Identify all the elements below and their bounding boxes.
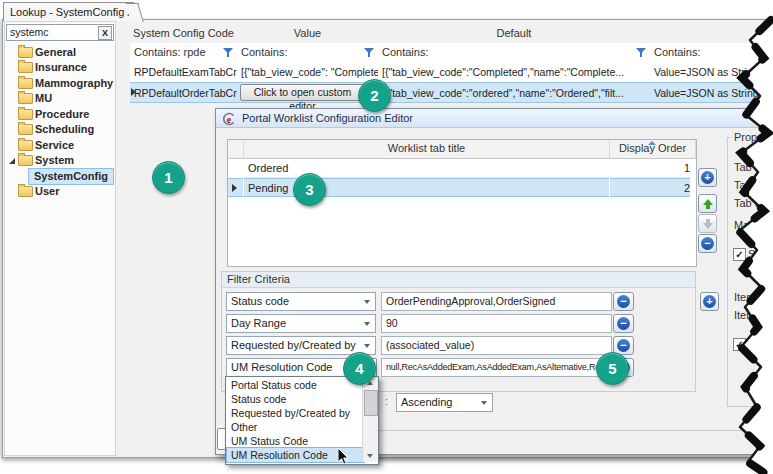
sidebar-item-procedure[interactable]: Procedure xyxy=(4,106,112,122)
dialog-titlebar[interactable]: e Portal Worklist Configuration Editor xyxy=(215,108,771,128)
filter-value-input-4[interactable]: null,RecAsAddedExam,AsAddedExam,AsAltern… xyxy=(381,358,612,377)
add-tab-button[interactable]: + xyxy=(698,168,717,187)
dialog-bottom-separator xyxy=(376,430,768,431)
move-down-button[interactable] xyxy=(698,214,717,233)
filter-cell-code[interactable]: Contains: rpde xyxy=(130,43,238,63)
sidebar-item-label: MU xyxy=(35,90,52,106)
sidebar-item-label: General xyxy=(35,44,76,60)
filter-funnel-icon[interactable] xyxy=(223,48,233,58)
dropdown-option[interactable]: Other xyxy=(227,420,364,434)
filter-funnel-icon[interactable] xyxy=(364,48,374,58)
sidebar-item-insurance[interactable]: Insurance xyxy=(4,59,112,75)
remove-filter-button-2[interactable]: − xyxy=(613,314,634,333)
search-clear-icon[interactable]: X xyxy=(98,26,112,40)
filter-field-combo-2[interactable]: Day Range xyxy=(226,314,376,333)
tree-expanded-icon[interactable] xyxy=(9,158,15,164)
dropdown-option[interactable]: UM Status Code xyxy=(227,434,364,448)
grid-cell-code[interactable]: RPDefaultExamTabCriteria xyxy=(130,62,238,83)
sidebar-item-label: Service xyxy=(35,137,74,153)
filter-text: Contains: rpde xyxy=(134,46,206,58)
sidebar-item-label: SystemConfig xyxy=(34,168,108,184)
minus-icon: − xyxy=(617,295,630,308)
selector-column-header xyxy=(228,140,244,159)
filter-field-combo-1[interactable]: Status code xyxy=(226,292,376,311)
chevron-down-icon xyxy=(364,300,370,304)
folder-icon xyxy=(18,109,33,120)
dropdown-option[interactable]: Portal Status code xyxy=(227,378,364,392)
grid-cell-value[interactable]: [{"tab_view_code": "Completed","name"... xyxy=(237,62,379,83)
filter-text: Contains: xyxy=(654,46,700,58)
filter-field-combo-4-open[interactable]: UM Resolution Code xyxy=(226,358,362,377)
sort-direction-combo[interactable]: Ascending xyxy=(396,393,493,412)
minus-icon: − xyxy=(701,237,714,250)
plus-icon: + xyxy=(703,295,716,308)
column-header-default[interactable]: Default xyxy=(378,24,651,44)
filter-text: Contains: xyxy=(382,46,428,58)
sort-colon-separator: : xyxy=(385,395,388,407)
column-header-value[interactable]: Value xyxy=(237,24,379,44)
sidebar-item-system[interactable]: System xyxy=(4,152,112,168)
move-up-button[interactable] xyxy=(698,194,717,213)
plus-icon: + xyxy=(701,171,714,184)
column-header-worklist-tab-title[interactable]: Worklist tab title xyxy=(244,140,610,159)
grid-cell-default[interactable]: [{"tab_view_code":"Completed","name":"Co… xyxy=(378,62,651,83)
minus-icon: − xyxy=(617,339,630,352)
row-selected-arrow-icon xyxy=(131,88,136,96)
row-selected-arrow-icon xyxy=(232,184,237,192)
sidebar-item-label: Scheduling xyxy=(35,121,94,137)
folder-icon xyxy=(18,140,33,151)
sidebar-item-scheduling[interactable]: Scheduling xyxy=(4,121,112,137)
chevron-down-icon xyxy=(364,322,370,326)
folder-icon xyxy=(18,62,33,73)
filter-cell-value[interactable]: Contains: xyxy=(237,43,379,63)
gray-down-arrow-icon xyxy=(703,219,713,229)
tab-lookup-systemconfig[interactable]: Lookup - SystemConfigX xyxy=(3,2,134,21)
dropdown-option[interactable]: Status code xyxy=(227,392,364,406)
add-filter-button[interactable]: + xyxy=(700,292,719,311)
grid-cell-default-selected[interactable]: [{"tab_view_code":"ordered","name":"Orde… xyxy=(378,82,651,103)
search-input[interactable]: systemc X xyxy=(6,24,114,41)
remove-filter-button-1[interactable]: − xyxy=(613,292,634,311)
sidebar-item-label: System xyxy=(35,152,74,168)
minus-icon: − xyxy=(617,317,630,330)
filter-funnel-icon[interactable] xyxy=(636,48,646,58)
folder-open-icon xyxy=(18,155,33,166)
sidebar-item-label: Insurance xyxy=(35,59,87,75)
sidebar-item-systemconfig[interactable]: SystemConfig xyxy=(4,168,112,184)
scroll-down-icon[interactable] xyxy=(367,454,373,458)
sidebar-item-user[interactable]: User xyxy=(4,183,112,199)
worklist-row-selector[interactable] xyxy=(228,178,243,197)
combo-value: Requested by/Created by xyxy=(231,339,356,351)
worklist-row-title[interactable]: Ordered xyxy=(244,159,609,178)
annotation-badge-3: 3 xyxy=(293,173,326,206)
worklist-row-order-selected[interactable]: 2 xyxy=(610,178,690,197)
tab-close-icon[interactable]: X xyxy=(127,7,134,18)
worklist-row-order[interactable]: 1 xyxy=(610,159,690,178)
folder-icon xyxy=(18,78,33,89)
filter-cell-default[interactable]: Contains: xyxy=(378,43,651,63)
sidebar-item-service[interactable]: Service xyxy=(4,137,112,153)
dialog-logo-icon: e xyxy=(222,112,236,126)
worklist-tabs-grid: Worklist tab title Display Order Ordered… xyxy=(227,139,697,267)
annotation-badge-2: 2 xyxy=(358,79,391,112)
sidebar-item-mu[interactable]: MU xyxy=(4,90,112,106)
column-header-code[interactable]: System Config Code xyxy=(130,24,238,44)
dropdown-scrollbar[interactable] xyxy=(362,377,378,462)
grid-cell-code-selected[interactable]: RPDefaultOrderTabCriteria xyxy=(130,82,238,103)
combo-value: Status code xyxy=(231,295,289,307)
folder-icon xyxy=(18,47,33,58)
filter-criteria-header: Filter Criteria xyxy=(222,272,695,288)
combo-value: Day Range xyxy=(231,317,286,329)
sidebar-item-general[interactable]: General xyxy=(4,44,112,60)
green-up-arrow-icon xyxy=(703,199,713,209)
open-custom-editor-button[interactable]: Click to open custom editor xyxy=(240,84,365,101)
filter-value-input-2[interactable]: 90 xyxy=(381,314,612,333)
sidebar-item-mammography[interactable]: Mammography xyxy=(4,75,112,91)
filter-value-input-3[interactable]: (associated_value) xyxy=(381,336,612,355)
remove-tab-button[interactable]: − xyxy=(698,234,717,253)
dropdown-option[interactable]: Requested by/Created by xyxy=(227,406,364,420)
folder-icon xyxy=(18,124,33,135)
scrollbar-thumb[interactable] xyxy=(364,390,378,416)
chevron-down-icon xyxy=(481,401,487,405)
filter-value-input-1[interactable]: OrderPendingApproval,OrderSigned xyxy=(381,292,612,311)
